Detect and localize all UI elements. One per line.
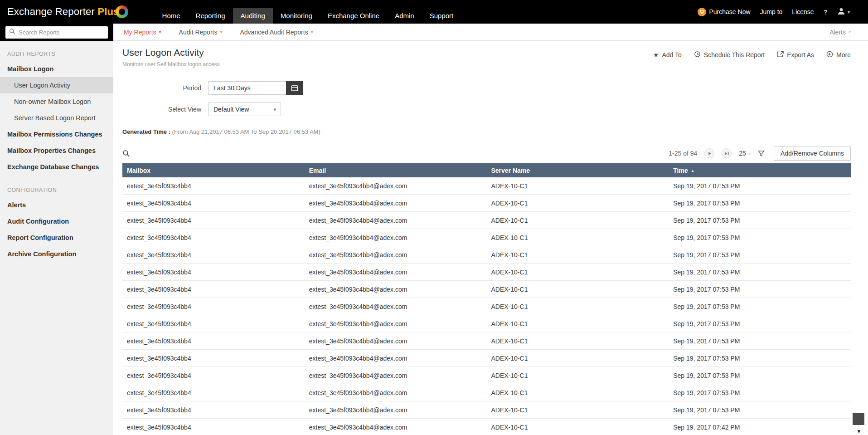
logo-suffix: Plus bbox=[97, 6, 119, 17]
sidebar-item[interactable]: User Logon Activity bbox=[0, 77, 113, 93]
cell-mailbox: extest_3e45f093c4bb4 bbox=[122, 303, 305, 310]
license-link[interactable]: License bbox=[792, 8, 814, 15]
sidebar-item[interactable]: Exchange Database Changes bbox=[0, 159, 113, 175]
subnav-item[interactable]: My Reports ▾ bbox=[115, 28, 170, 37]
schedule-report-button[interactable]: Schedule This Report bbox=[694, 51, 765, 59]
report-table: Mailbox ▲ Email ▲ Server Name ▲ Time ▲ bbox=[122, 163, 851, 435]
cell-server-name: ADEX-10-C1 bbox=[487, 286, 669, 293]
next-page-button[interactable] bbox=[704, 148, 714, 158]
star-icon: ★ bbox=[653, 52, 659, 58]
subnav-main: My Reports ▾ Audit Reports ▾ Advanced Au… bbox=[113, 24, 868, 41]
sidebar-item[interactable]: Non-owner Mailbox Logon bbox=[0, 93, 113, 110]
period-label: Period bbox=[122, 84, 209, 92]
sidebar-item[interactable]: Archive Configuration bbox=[0, 246, 113, 262]
sidebar-item[interactable]: Alerts bbox=[0, 197, 113, 213]
chevron-down-icon: ▾ bbox=[159, 29, 161, 34]
table-row: extest_3e45f093c4bb4 extest_3e45f093c4bb… bbox=[122, 281, 851, 298]
filters: Period Select View Default View ▾ bbox=[122, 81, 851, 116]
cell-time: Sep 19, 2017 07:53 PM bbox=[669, 269, 851, 276]
clock-icon bbox=[694, 51, 701, 59]
search-zone bbox=[0, 24, 113, 41]
column-header[interactable]: Mailbox ▲ bbox=[122, 167, 305, 174]
alerts-link[interactable]: Alerts ▾ bbox=[829, 29, 851, 36]
cell-time: Sep 19, 2017 07:53 PM bbox=[669, 286, 851, 293]
column-header[interactable]: Email ▲ bbox=[305, 167, 487, 174]
calendar-button[interactable] bbox=[286, 81, 303, 95]
cell-mailbox: extest_3e45f093c4bb4 bbox=[122, 182, 305, 190]
chevron-down-icon: ▾ bbox=[748, 151, 751, 156]
user-menu[interactable]: ▾ bbox=[837, 7, 850, 17]
subnav-item[interactable]: Audit Reports ▾ bbox=[170, 28, 232, 37]
more-button[interactable]: More bbox=[826, 51, 851, 59]
generated-time: Generated Time : (From Aug 21,2017 06:53… bbox=[122, 128, 851, 135]
filter-icon[interactable] bbox=[758, 150, 765, 157]
cell-email: extest_3e45f093c4bb4@adex.com bbox=[305, 217, 487, 224]
cell-email: extest_3e45f093c4bb4@adex.com bbox=[305, 372, 487, 379]
last-page-button[interactable] bbox=[722, 148, 732, 158]
chevron-down-icon: ▾ bbox=[848, 10, 850, 15]
nav-tab[interactable]: Admin bbox=[387, 8, 422, 24]
nav-tab[interactable]: Exchange Online bbox=[320, 8, 387, 24]
cell-time: Sep 19, 2017 07:42 PM bbox=[669, 424, 851, 431]
sidebar-item[interactable]: Report Configuration bbox=[0, 230, 113, 246]
section-title: AUDIT REPORTS bbox=[0, 42, 113, 61]
search-icon bbox=[9, 28, 15, 36]
cell-time: Sep 19, 2017 07:53 PM bbox=[669, 234, 851, 241]
cell-time: Sep 19, 2017 07:53 PM bbox=[669, 355, 851, 362]
nav-tab[interactable]: Home bbox=[155, 8, 188, 24]
page-subtitle: Monitors user Self Mailbox logon access bbox=[122, 61, 220, 68]
purchase-now-link[interactable]: Purchase Now bbox=[698, 8, 751, 16]
sidebar-item[interactable]: Audit Configuration bbox=[0, 213, 113, 230]
subnav-item[interactable]: Advanced Audit Reports ▾ bbox=[231, 28, 321, 37]
view-select[interactable]: Default View ▾ bbox=[209, 103, 281, 116]
select-view-label: Select View bbox=[122, 106, 209, 113]
nav-tab[interactable]: Reporting bbox=[188, 8, 233, 24]
report-actions: ★ Add To Schedule This Report Export As bbox=[653, 51, 851, 59]
cell-email: extest_3e45f093c4bb4@adex.com bbox=[305, 424, 487, 431]
period-input[interactable] bbox=[209, 81, 286, 95]
table-row: extest_3e45f093c4bb4 extest_3e45f093c4bb… bbox=[122, 264, 851, 281]
chevron-down-icon: ▾ bbox=[849, 29, 851, 34]
sidebar-item[interactable]: Server Based Logon Report bbox=[0, 110, 113, 126]
cell-server-name: ADEX-10-C1 bbox=[487, 424, 669, 431]
table-row: extest_3e45f093c4bb4 extest_3e45f093c4bb… bbox=[122, 332, 851, 350]
sidebar-items: AlertsAudit ConfigurationReport Configur… bbox=[0, 197, 113, 262]
export-as-button[interactable]: Export As bbox=[777, 51, 814, 59]
chevron-down-icon: ▾ bbox=[311, 29, 313, 34]
page-size-select[interactable]: 25 ▾ bbox=[739, 150, 751, 157]
sidebar-item[interactable]: Mailbox Logon bbox=[0, 61, 113, 77]
app-logo[interactable]: Exchange Reporter Plus bbox=[0, 0, 135, 24]
search-input[interactable] bbox=[19, 29, 104, 36]
page-title: User Logon Activity bbox=[122, 47, 220, 58]
column-header[interactable]: Time ▲ bbox=[669, 167, 851, 174]
chevron-down-icon: ▾ bbox=[220, 29, 222, 34]
cell-server-name: ADEX-10-C1 bbox=[487, 320, 669, 327]
jump-to-link[interactable]: Jump to bbox=[760, 8, 783, 15]
scroll-down-arrow-icon[interactable]: ▼ bbox=[856, 428, 862, 435]
table-row: extest_3e45f093c4bb4 extest_3e45f093c4bb… bbox=[122, 212, 851, 229]
column-header[interactable]: Server Name ▲ bbox=[487, 167, 669, 174]
cell-mailbox: extest_3e45f093c4bb4 bbox=[122, 234, 305, 241]
cell-server-name: ADEX-10-C1 bbox=[487, 251, 669, 259]
nav-tab[interactable]: Auditing bbox=[233, 8, 273, 24]
cell-time: Sep 19, 2017 07:53 PM bbox=[669, 200, 851, 207]
table-search-icon[interactable] bbox=[122, 150, 130, 157]
cell-server-name: ADEX-10-C1 bbox=[487, 337, 669, 345]
sidebar-item[interactable]: Mailbox Permissions Changes bbox=[0, 126, 113, 142]
sort-asc-icon: ▲ bbox=[691, 168, 695, 173]
add-remove-columns-button[interactable]: Add/Remove Columns bbox=[774, 147, 851, 161]
topbar-right: Purchase Now Jump to License ? ▾ bbox=[698, 0, 868, 24]
scrollbar-thumb[interactable] bbox=[853, 413, 864, 425]
nav-tab[interactable]: Monitoring bbox=[273, 8, 320, 24]
table-row: extest_3e45f093c4bb4 extest_3e45f093c4bb… bbox=[122, 177, 851, 195]
sidebar: AUDIT REPORTS Mailbox LogonUser Logon Ac… bbox=[0, 41, 113, 435]
cell-mailbox: extest_3e45f093c4bb4 bbox=[122, 424, 305, 431]
help-icon[interactable]: ? bbox=[824, 8, 827, 16]
primary-nav: HomeReportingAuditingMonitoringExchange … bbox=[155, 0, 461, 24]
sidebar-item[interactable]: Mailbox Properties Changes bbox=[0, 142, 113, 159]
main-panel: User Logon Activity Monitors user Self M… bbox=[113, 41, 868, 435]
subnav-items: My Reports ▾ Audit Reports ▾ Advanced Au… bbox=[115, 28, 322, 37]
add-to-button[interactable]: ★ Add To bbox=[653, 51, 682, 59]
report-header: User Logon Activity Monitors user Self M… bbox=[122, 47, 851, 68]
nav-tab[interactable]: Support bbox=[422, 8, 461, 24]
